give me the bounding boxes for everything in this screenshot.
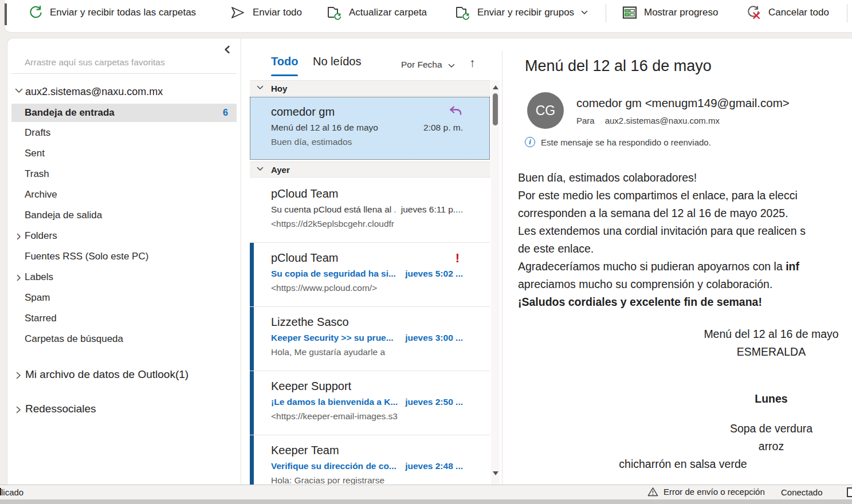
scroll-up-arrow[interactable] xyxy=(493,85,498,89)
email-row-keeper-support[interactable]: Keeper Support ¡Le damos la bienvenida a… xyxy=(250,371,490,435)
section-header-today[interactable]: Hoy xyxy=(250,80,490,96)
sort-direction-arrow-icon[interactable]: ↑ xyxy=(469,56,476,70)
chevron-down-icon xyxy=(257,167,264,171)
chevron-down-icon[interactable] xyxy=(448,64,455,68)
chevron-right-icon[interactable] xyxy=(16,406,21,414)
view-layout-icon[interactable] xyxy=(847,487,852,497)
connection-status: Conectado xyxy=(781,487,823,497)
section-header-yesterday[interactable]: Ayer xyxy=(250,162,490,178)
email-row-pcloud-2[interactable]: pCloud Team Su copia de seguridad ha si.… xyxy=(250,243,490,307)
folder-pane: Arrastre aquí sus carpetas favoritas aux… xyxy=(7,38,241,485)
menu-day: Lunes xyxy=(755,392,787,405)
cancel-all-button[interactable]: Cancelar todo xyxy=(745,0,829,25)
to-label: Para xyxy=(576,116,595,125)
email-sender: comedor gm xyxy=(271,105,463,119)
toolbar-label: Enviar y recibir grupos xyxy=(477,7,574,18)
menu-title: Menú del 12 al 16 de mayo xyxy=(704,328,838,341)
to-address[interactable]: aux2.sistemas@naxu.com.mx xyxy=(605,116,720,125)
chevron-down-icon xyxy=(257,85,264,90)
menu-item: arroz xyxy=(759,440,784,453)
scroll-down-arrow[interactable] xyxy=(493,471,498,475)
update-folder-icon xyxy=(326,5,342,21)
sidebar-item-starred[interactable]: Starred xyxy=(25,308,57,329)
chevron-right-icon[interactable] xyxy=(16,372,21,379)
collapse-folder-pane-button[interactable] xyxy=(224,45,230,54)
show-progress-icon xyxy=(622,6,637,19)
email-row-pcloud-1[interactable]: pCloud Team Su cuenta pCloud está llena … xyxy=(250,179,490,243)
message-subject: Menú del 12 al 16 de mayo xyxy=(525,57,712,75)
sidebar-item-sent[interactable]: Sent xyxy=(25,143,45,164)
message-list: Todo No leídos Por Fecha ↑ Hoy comedor g… xyxy=(241,38,502,485)
sidebar-item-trash[interactable]: Trash xyxy=(25,164,49,184)
email-sender: Keeper Team xyxy=(271,444,463,457)
email-subject: Keeper Security >> su prue... xyxy=(271,333,399,343)
sidebar-item-inbox[interactable]: Bandeja de entrada xyxy=(25,104,115,122)
send-all-button[interactable]: Enviar todo xyxy=(230,0,302,25)
body-line: corresponden a la semana del 12 al 16 de… xyxy=(518,204,806,222)
sidebar-item-rss[interactable]: Fuentes RSS (Solo este PC) xyxy=(25,246,148,267)
avatar[interactable]: CG xyxy=(527,92,564,129)
toolbar-separator xyxy=(606,4,606,22)
menu-location: ESMERALDA xyxy=(737,345,806,359)
email-row-lizzethe[interactable]: Lizzethe Sasco Keeper Security >> su pru… xyxy=(250,307,490,371)
body-line: de este enlace. xyxy=(518,240,806,258)
chevron-right-icon[interactable] xyxy=(17,274,21,281)
main-content: Arrastre aquí sus carpetas favoritas aux… xyxy=(7,38,852,485)
tab-all[interactable]: Todo xyxy=(271,55,298,68)
message-info-banner: i Este mensaje se ha respondido o reenvi… xyxy=(525,137,711,147)
email-subject: Su copia de seguridad ha si... xyxy=(271,269,399,279)
list-scrollbar-track[interactable] xyxy=(491,80,500,485)
divider xyxy=(11,73,236,74)
show-progress-button[interactable]: Mostrar progreso xyxy=(622,0,718,25)
high-importance-icon: ! xyxy=(456,251,460,266)
sidebar-item-spam[interactable]: Spam xyxy=(25,288,50,308)
send-receive-error-status[interactable]: Error de envío o recepción xyxy=(647,487,765,497)
sidebar-item-labels[interactable]: Labels xyxy=(25,267,53,288)
body-line-part: Agradeceríamos mucho si pudieran apoyarn… xyxy=(518,260,786,273)
send-receive-all-button[interactable]: Enviar y recibir todas las carpetas xyxy=(28,0,196,25)
body-line-bold-part: inf xyxy=(786,260,799,273)
status-left-text: licado xyxy=(1,487,23,497)
message-recipients: Paraaux2.sistemas@naxu.com.mx xyxy=(576,116,720,125)
body-line: Por este medio les compartimos el enlace… xyxy=(518,187,806,204)
list-scrollbar-thumb[interactable] xyxy=(493,93,498,125)
account-expand-chevron[interactable] xyxy=(15,88,23,93)
toolbar-separator xyxy=(847,4,847,22)
menu-item: Sopa de verdura xyxy=(730,422,812,435)
email-sender: Keeper Support xyxy=(271,380,463,393)
tab-unread[interactable]: No leídos xyxy=(313,55,362,68)
email-preview: Hola: Gracias por registrarse xyxy=(271,475,463,485)
email-row-comedor-gm[interactable]: comedor gm Menú del 12 al 16 de mayo 2:0… xyxy=(250,97,490,160)
sidebar-item-archive[interactable]: Archive xyxy=(25,184,57,205)
account-header[interactable]: aux2.sistemas@naxu.com.mx xyxy=(25,81,163,102)
sort-label: Por Fecha xyxy=(401,60,442,69)
email-preview: <https://www.pcloud.com/> xyxy=(271,283,463,293)
sidebar-item-redessociales[interactable]: Redessociales xyxy=(25,399,96,419)
chevron-down-icon xyxy=(581,10,588,15)
email-preview: Hola, Me gustaría ayudarle a xyxy=(271,347,463,357)
email-preview: <https://d2k5eplsbcgehr.cloudfr xyxy=(271,219,463,229)
update-folder-button[interactable]: Actualizar carpeta xyxy=(326,0,427,25)
sidebar-item-outbox[interactable]: Bandeja de salida xyxy=(25,205,102,226)
sidebar-item-outlook-data-file[interactable]: Mi archivo de datos de Outlook(1) xyxy=(25,364,189,385)
sort-by-date-dropdown[interactable]: Por Fecha xyxy=(401,60,442,70)
sidebar-item-folders[interactable]: Folders xyxy=(25,226,57,246)
email-sender: Lizzethe Sasco xyxy=(271,316,463,329)
inbox-unread-count: 6 xyxy=(223,104,228,122)
sidebar-item-search-folders[interactable]: Carpetas de búsqueda xyxy=(25,329,123,349)
sidebar-item-drafts[interactable]: Drafts xyxy=(25,123,50,143)
body-line: Buen día, estimados colaboradores! xyxy=(518,169,806,187)
email-time: jueves 2:50 ... xyxy=(405,397,463,407)
send-receive-groups-button[interactable]: Enviar y recibir grupos xyxy=(454,0,588,25)
email-row-keeper-team[interactable]: Keeper Team Verifique su dirección de co… xyxy=(250,435,490,485)
warning-icon xyxy=(647,487,658,497)
reading-pane: Menú del 12 al 16 de mayo CG comedor gm … xyxy=(502,38,852,485)
unread-indicator-bar xyxy=(250,371,254,435)
body-line: ¡Saludos cordiales y excelente fin de se… xyxy=(518,293,806,311)
menu-item: chicharrón en salsa verde xyxy=(619,458,747,471)
send-receive-toolbar: Enviar y recibir todas las carpetas Envi… xyxy=(5,0,852,32)
window-bottom-edge xyxy=(0,499,852,504)
message-sender[interactable]: comedor gm <menugm149@gmail.com> xyxy=(576,96,790,110)
chevron-right-icon[interactable] xyxy=(17,233,21,240)
email-time: 2:08 p. m. xyxy=(423,123,463,133)
